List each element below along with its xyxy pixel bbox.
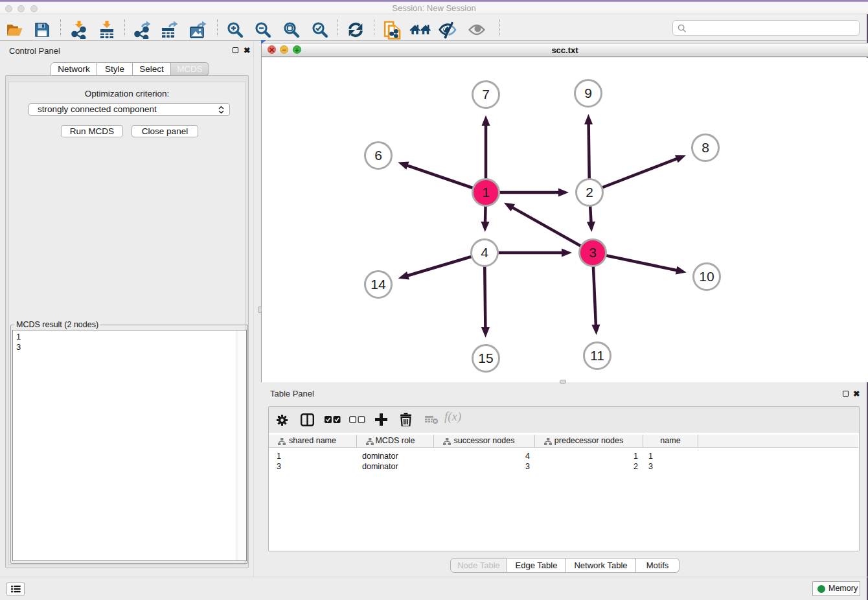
svg-text:2: 2 bbox=[586, 185, 593, 200]
svg-text:11: 11 bbox=[590, 348, 604, 363]
svg-text:8: 8 bbox=[702, 140, 709, 155]
svg-text:6: 6 bbox=[374, 148, 382, 163]
svg-text:14: 14 bbox=[371, 277, 386, 292]
svg-text:7: 7 bbox=[482, 87, 490, 102]
svg-text:15: 15 bbox=[478, 351, 493, 365]
svg-text:3: 3 bbox=[589, 245, 597, 260]
svg-text:10: 10 bbox=[699, 269, 714, 284]
svg-text:4: 4 bbox=[481, 245, 488, 260]
svg-text:9: 9 bbox=[584, 86, 592, 100]
svg-text:1: 1 bbox=[482, 185, 490, 200]
